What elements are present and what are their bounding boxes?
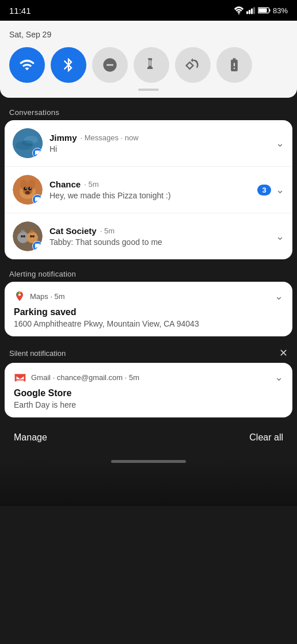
gmail-header: Gmail · chance@gmail.com · 5m ⌄ [14,371,283,384]
chance-header: Chance · 5m [50,179,253,189]
maps-header: Maps · 5m ⌄ [14,290,283,302]
signal-icon [246,6,256,14]
conversation-chance[interactable]: Chance · 5m Hey, we made this Pizza toni… [5,167,292,213]
gmail-chevron[interactable]: ⌄ [275,371,283,384]
conversations-card: Jimmy · Messages · now Hi ⌄ [5,120,292,259]
jimmy-header: Jimmy · Messages · now [50,133,271,143]
gmail-app-meta: Gmail · chance@gmail.com · 5m [31,373,270,382]
cat-society-name: Cat Society [50,226,97,236]
maps-title: Parking saved [14,307,283,317]
alerting-section-label: Alerting notification [0,264,297,282]
jimmy-actions: ⌄ [276,137,284,150]
svg-point-21 [30,187,31,189]
alerting-notification-card: Maps · 5m ⌄ Parking saved 1600 Amphithea… [5,282,292,336]
svg-rect-8 [150,60,153,60]
battery-percentage: 83% [273,6,288,15]
cat-society-chevron[interactable]: ⌄ [276,230,284,243]
home-indicator [111,460,186,463]
svg-point-12 [22,140,33,146]
avatar-jimmy [13,128,43,158]
gmail-icon [14,371,26,384]
gmail-body: Earth Day is here [14,400,283,409]
wifi-icon [234,6,244,14]
qs-tile-bluetooth[interactable] [51,47,86,83]
chance-actions: 3 ⌄ [257,183,284,196]
svg-point-27 [21,235,23,237]
conversation-cat-society[interactable]: Cat Society · 5m Tabby: That sounds good… [5,213,292,259]
clear-all-button[interactable]: Clear all [249,430,283,445]
avatar-chance [13,175,43,205]
jimmy-content: Jimmy · Messages · now Hi [50,133,271,154]
cat-society-message: Tabby: That sounds good to me [50,237,271,247]
svg-rect-1 [246,12,248,14]
jimmy-chevron[interactable]: ⌄ [276,137,284,150]
cat-society-content: Cat Society · 5m Tabby: That sounds good… [50,226,271,247]
battery-icon [258,7,271,14]
status-icons: 83% [234,6,288,15]
qs-tiles [9,47,288,83]
status-bar: 11:41 83% [0,0,297,21]
svg-rect-7 [269,9,271,12]
silent-header: Silent notification ✕ [0,341,297,363]
svg-point-0 [238,13,239,14]
qs-tile-battery-saver[interactable] [216,47,252,83]
svg-point-33 [32,235,35,237]
manage-button[interactable]: Manage [14,430,47,445]
avatar-cat-badge [32,241,43,251]
svg-point-32 [30,235,32,237]
svg-rect-3 [251,9,253,14]
jimmy-meta: · Messages · now [81,133,139,142]
qs-tile-dnd[interactable] [92,47,128,83]
svg-rect-2 [249,10,250,14]
silent-section-label: Silent notification [9,349,66,358]
maps-chevron[interactable]: ⌄ [275,290,283,302]
chance-badge-count: 3 [257,185,271,195]
svg-rect-4 [253,7,255,14]
chance-name: Chance [50,179,81,189]
chance-content: Chance · 5m Hey, we made this Pizza toni… [50,179,253,200]
maps-icon [14,290,25,302]
silent-close-button[interactable]: ✕ [279,347,288,359]
svg-rect-6 [258,9,266,13]
jimmy-message: Hi [50,144,271,154]
qs-tile-wifi[interactable] [9,47,45,83]
cat-society-meta: · 5m [100,227,115,235]
qs-tile-flashlight[interactable] [134,47,169,83]
jimmy-name: Jimmy [50,133,77,143]
chance-meta: · 5m [84,180,98,189]
status-time: 11:41 [9,6,31,16]
qs-tile-rotate[interactable] [175,47,211,83]
svg-point-22 [25,191,30,194]
gmail-title: Google Store [14,388,283,398]
avatar-jimmy-badge [32,148,43,158]
cat-society-actions: ⌄ [276,230,284,243]
quick-settings-panel: Sat, Sep 29 [0,21,297,98]
bottom-bar: Manage Clear all [0,422,297,453]
maps-body: 1600 Amphitheatre Pkwy, Mountain View, C… [14,319,283,328]
conversations-section-label: Conversations [0,102,297,120]
date-label: Sat, Sep 29 [9,30,288,39]
dark-footer [0,460,297,506]
cat-society-header: Cat Society · 5m [50,226,271,236]
avatar-chance-badge [32,194,43,205]
svg-point-20 [25,187,26,189]
svg-point-18 [24,187,27,190]
chance-message: Hey, we made this Pizza tonight :) [50,191,253,200]
svg-point-28 [23,235,25,237]
svg-point-19 [28,187,32,190]
svg-point-34 [18,293,21,296]
silent-notification-card: Gmail · chance@gmail.com · 5m ⌄ Google S… [5,363,292,417]
gmail-notification[interactable]: Gmail · chance@gmail.com · 5m ⌄ Google S… [5,363,292,417]
conversation-jimmy[interactable]: Jimmy · Messages · now Hi ⌄ [5,120,292,167]
avatar-cat-society [13,221,43,251]
chance-chevron[interactable]: ⌄ [276,183,284,196]
maps-app-meta: Maps · 5m [30,292,270,301]
maps-notification[interactable]: Maps · 5m ⌄ Parking saved 1600 Amphithea… [5,282,292,336]
drag-handle [138,89,159,91]
